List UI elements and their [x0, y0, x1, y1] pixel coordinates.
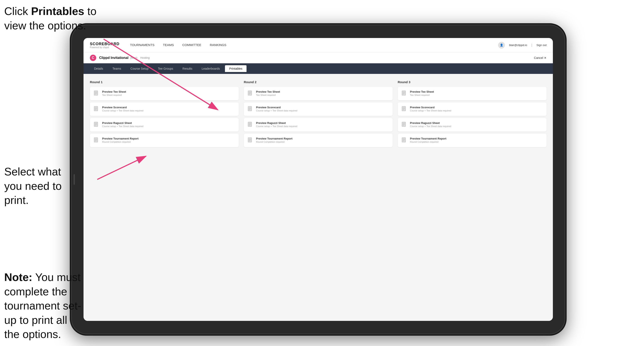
round-3-tee-sheet-sub: Tee Sheet required [410, 94, 434, 96]
round-1-tournament-report[interactable]: Preview Tournament Report Round Completi… [90, 134, 239, 147]
tournament-name: Clippd Invitational [99, 56, 128, 60]
tournament-logo: C [90, 55, 96, 61]
tournament-division: (Men) [130, 56, 138, 59]
round-2-column: Round 2 Preview Tee Sheet Tee S [244, 80, 392, 147]
round-1-scorecard[interactable]: Preview Scorecard Course setup + Tee She… [90, 102, 239, 116]
round-2-tee-sheet[interactable]: Preview Tee Sheet Tee Sheet required [244, 87, 392, 100]
document-icon-2 [94, 106, 99, 113]
user-avatar: 👤 [498, 42, 505, 48]
tab-tee-groups[interactable]: Tee Groups [154, 65, 178, 72]
round-3-scorecard[interactable]: Preview Scorecard Course setup + Tee She… [398, 102, 546, 116]
tab-teams[interactable]: Teams [108, 65, 125, 72]
main-content: Round 1 Preview Tee Sheet Tee S [84, 74, 553, 321]
round-3-tee-sheet-title: Preview Tee Sheet [410, 90, 434, 93]
round-1-tee-sheet-sub: Tee Sheet required [102, 94, 126, 96]
logo-title: SCOREBOARD [90, 42, 120, 46]
top-nav: SCOREBOARD Powered by clippd TOURNAMENTS… [84, 38, 553, 52]
document-icon-3 [94, 122, 99, 128]
top-nav-links: TOURNAMENTS TEAMS COMMITTEE RANKINGS [130, 43, 498, 47]
doc-icon-r3-1 [402, 91, 407, 97]
round-2-tee-sheet-sub: Tee Sheet required [256, 94, 280, 96]
round-1-raguzzi[interactable]: Preview Raguzzi Sheet Course setup + Tee… [90, 118, 239, 132]
round-2-scorecard-title: Preview Scorecard [256, 106, 297, 109]
doc-icon-r2-4 [248, 138, 253, 144]
sub-header: C Clippd Invitational (Men) Hosting Canc… [84, 52, 553, 63]
round-3-scorecard-sub: Course setup + Tee Sheet data required [410, 109, 451, 112]
round-1-report-title: Preview Tournament Report [102, 137, 138, 140]
nav-teams[interactable]: TEAMS [163, 43, 174, 47]
sign-out-link[interactable]: Sign out [536, 43, 546, 47]
tab-results[interactable]: Results [178, 65, 197, 72]
round-1-title: Round 1 [90, 80, 239, 84]
top-nav-right: 👤 blair@clippd.io | Sign out [498, 42, 546, 48]
user-email: blair@clippd.io [509, 43, 527, 47]
round-3-cards: Preview Tee Sheet Tee Sheet required [398, 87, 546, 147]
round-2-scorecard-sub: Course setup + Tee Sheet data required [256, 109, 297, 112]
round-3-tournament-report[interactable]: Preview Tournament Report Round Completi… [398, 134, 546, 147]
tabs-bar: Details Teams Course Setup Tee Groups Re… [84, 63, 553, 74]
document-icon [94, 91, 99, 97]
document-icon-4 [94, 138, 99, 144]
round-2-report-title: Preview Tournament Report [256, 137, 292, 140]
cancel-button[interactable]: Cancel ✕ [534, 56, 546, 59]
annotation-note-label: Note: [4, 271, 32, 283]
doc-icon-r2-3 [248, 122, 253, 128]
round-1-raguzzi-sub: Course setup + Tee Sheet data required [102, 125, 143, 128]
nav-rankings[interactable]: RANKINGS [210, 43, 226, 47]
round-3-raguzzi-title: Preview Raguzzi Sheet [410, 121, 451, 125]
round-3-raguzzi-sub: Course setup + Tee Sheet data required [410, 125, 451, 128]
round-3-column: Round 3 Preview Tee Sheet Tee S [398, 80, 546, 147]
round-2-tournament-report[interactable]: Preview Tournament Report Round Completi… [244, 134, 392, 147]
round-1-cards: Preview Tee Sheet Tee Sheet required [90, 87, 239, 147]
doc-icon-r3-4 [402, 138, 407, 144]
separator: | [531, 43, 532, 47]
tablet-frame: SCOREBOARD Powered by clippd TOURNAMENTS… [70, 23, 566, 336]
round-1-raguzzi-text: Preview Raguzzi Sheet Course setup + Tee… [102, 121, 143, 128]
annotation-middle: Select what you need to print. [4, 165, 76, 207]
annotation-top: Click Printables toview the options. [4, 4, 96, 33]
round-2-report-sub: Round Completion required [256, 141, 292, 143]
logo-sub: Powered by clippd [90, 46, 120, 48]
round-3-report-title: Preview Tournament Report [410, 137, 446, 140]
round-3-scorecard-title: Preview Scorecard [410, 106, 451, 109]
round-1-column: Round 1 Preview Tee Sheet Tee S [90, 80, 239, 147]
round-2-tee-sheet-title: Preview Tee Sheet [256, 90, 280, 93]
annotation-bold-printables: Printables [31, 5, 84, 17]
round-2-cards: Preview Tee Sheet Tee Sheet required [244, 87, 392, 147]
round-3-tee-sheet[interactable]: Preview Tee Sheet Tee Sheet required [398, 87, 546, 100]
tab-leaderboards[interactable]: Leaderboards [198, 65, 224, 72]
tablet-screen: SCOREBOARD Powered by clippd TOURNAMENTS… [84, 38, 553, 321]
round-1-scorecard-text: Preview Scorecard Course setup + Tee She… [102, 106, 143, 112]
round-1-report-text: Preview Tournament Report Round Completi… [102, 137, 138, 143]
tab-details[interactable]: Details [90, 65, 108, 72]
round-2-raguzzi-sub: Course setup + Tee Sheet data required [256, 125, 297, 128]
round-1-scorecard-sub: Course setup + Tee Sheet data required [102, 109, 143, 112]
doc-icon-r2-1 [248, 91, 253, 97]
nav-committee[interactable]: COMMITTEE [182, 43, 201, 47]
nav-tournaments[interactable]: TOURNAMENTS [130, 43, 154, 47]
doc-icon-r3-3 [402, 122, 407, 128]
doc-icon-r3-2 [402, 106, 407, 113]
round-3-report-sub: Round Completion required [410, 141, 446, 143]
round-2-raguzzi[interactable]: Preview Raguzzi Sheet Course setup + Tee… [244, 118, 392, 132]
round-2-title: Round 2 [244, 80, 392, 84]
round-1-report-sub: Round Completion required [102, 141, 138, 143]
round-3-title: Round 3 [398, 80, 546, 84]
round-2-raguzzi-title: Preview Raguzzi Sheet [256, 121, 297, 125]
round-1-tee-sheet-title: Preview Tee Sheet [102, 90, 126, 93]
doc-icon-r2-2 [248, 106, 253, 113]
round-1-tee-sheet-text: Preview Tee Sheet Tee Sheet required [102, 90, 126, 96]
round-2-scorecard[interactable]: Preview Scorecard Course setup + Tee She… [244, 102, 392, 116]
round-1-scorecard-title: Preview Scorecard [102, 106, 143, 109]
annotation-bottom: Note: You must complete the tournament s… [4, 270, 84, 342]
tournament-status: Hosting [140, 56, 150, 59]
tab-course-setup[interactable]: Course Setup [126, 65, 153, 72]
round-3-raguzzi[interactable]: Preview Raguzzi Sheet Course setup + Tee… [398, 118, 546, 132]
scoreboard-logo: SCOREBOARD Powered by clippd [90, 42, 120, 48]
round-1-raguzzi-title: Preview Raguzzi Sheet [102, 121, 143, 125]
round-1-tee-sheet[interactable]: Preview Tee Sheet Tee Sheet required [90, 87, 239, 100]
tab-printables[interactable]: Printables [225, 65, 246, 72]
rounds-container: Round 1 Preview Tee Sheet Tee S [90, 80, 546, 147]
